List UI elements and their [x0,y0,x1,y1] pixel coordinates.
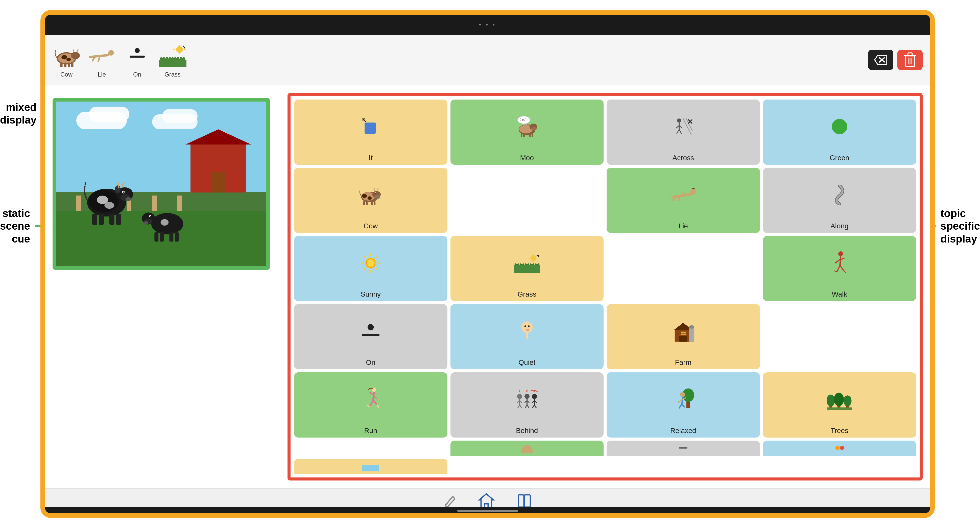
aac-cell-sunny[interactable]: Sunny [294,236,447,301]
svg-point-130 [524,326,526,327]
partial-icon-4 [763,441,916,453]
aac-cell-empty-r2c1 [450,168,604,233]
strip-on-label: On [133,71,141,78]
aac-it-label: It [369,154,373,162]
svg-point-2 [71,52,80,59]
aac-cell-walk[interactable]: Walk [763,236,916,301]
svg-point-111 [530,255,536,261]
svg-point-3 [61,55,67,60]
aac-cell-farm[interactable]: Farm [606,304,760,369]
svg-rect-191 [679,447,687,449]
svg-rect-16 [130,56,145,57]
svg-point-15 [135,48,140,53]
scene-image-container [52,98,270,270]
svg-line-107 [375,256,378,258]
svg-line-121 [835,259,840,263]
svg-rect-58 [175,232,179,241]
svg-point-37 [104,202,115,209]
svg-point-141 [689,326,695,329]
svg-point-40 [126,197,131,201]
it-icon [294,100,447,154]
aac-cell-empty-r3c1 [606,236,760,301]
strip-item-on[interactable]: On [123,42,151,78]
svg-rect-67 [521,134,522,137]
aac-cell-green[interactable]: Green [763,100,916,165]
backspace-button[interactable] [868,50,893,70]
svg-line-105 [364,256,366,258]
aac-cell-it[interactable]: It [294,100,447,165]
aac-cell-partial-4[interactable] [763,441,916,456]
aac-cell-run[interactable]: Run [294,372,447,438]
svg-marker-199 [479,494,493,508]
svg-point-193 [840,446,844,450]
home-indicator [457,510,518,512]
aac-cell-on[interactable]: On [294,304,447,369]
moo-icon [450,100,604,154]
strip-item-lie[interactable]: Lie [88,42,116,78]
svg-rect-57 [169,232,173,241]
aac-lie-label: Lie [679,222,688,230]
partial-icon-2 [450,441,604,453]
quiet-icon [450,304,604,358]
aac-cell-grass[interactable]: Grass [450,236,604,301]
strip-item-grass[interactable]: Grass [159,42,186,78]
app-frame: • • • [40,10,935,518]
aac-cell-empty-r4c1 [763,304,916,369]
aac-cell-lie[interactable]: Lie [606,168,760,233]
svg-point-192 [835,446,840,450]
trees-icon [763,372,916,426]
sunny-icon [294,236,447,290]
aac-cell-partial-2[interactable] [450,441,604,456]
svg-point-42 [123,192,124,193]
svg-line-10 [77,49,78,52]
svg-line-76 [679,130,682,133]
svg-line-147 [370,392,374,395]
cow-icon [52,42,80,70]
strip-lie-label: Lie [98,71,106,78]
aac-run-label: Run [364,426,377,435]
aac-cell-partial-5[interactable] [294,459,447,474]
aac-cell-quiet[interactable]: Quiet [450,304,604,369]
run-icon [294,372,447,426]
aac-cell-partial-3[interactable] [606,441,760,456]
aac-cell-along[interactable]: Along [763,168,916,233]
svg-line-14 [98,57,100,61]
aac-quiet-label: Quiet [519,358,535,367]
aac-behind-label: Behind [516,426,538,435]
svg-rect-189 [827,407,852,410]
aac-cell-behind[interactable]: 1 2 3 Behind [450,372,604,438]
aac-cow-label: Cow [364,222,378,230]
svg-point-165 [532,394,537,399]
svg-point-186 [834,393,844,406]
lie-icon [88,42,116,70]
top-bar: • • • [45,15,930,35]
aac-farm-label: Farm [675,358,692,367]
svg-rect-56 [160,232,164,241]
on-icon [123,42,151,70]
svg-point-43 [115,186,121,193]
svg-rect-7 [68,63,70,67]
svg-rect-90 [366,201,368,205]
strip-item-cow[interactable]: Cow [52,42,80,78]
svg-line-196 [453,496,455,499]
delete-button[interactable] [897,50,923,70]
svg-point-190 [521,445,533,453]
svg-rect-91 [371,201,373,205]
aac-cell-across[interactable]: Across [606,100,760,165]
aac-cell-cow[interactable]: Cow [294,168,447,233]
aac-cell-moo[interactable]: Moo [450,100,604,165]
aac-relaxed-label: Relaxed [670,426,696,435]
aac-cell-relaxed[interactable]: Relaxed [606,372,760,438]
svg-point-177 [680,392,685,397]
svg-line-163 [525,405,527,408]
svg-point-86 [377,196,380,199]
svg-line-195 [445,496,453,505]
svg-point-81 [832,119,847,134]
svg-point-93 [362,194,367,198]
svg-point-153 [517,394,522,399]
grass2-icon [450,236,604,290]
aac-cell-trees[interactable]: Trees [763,372,916,438]
svg-line-182 [682,404,685,407]
grass-icon [159,42,186,70]
pencil-nav-button[interactable] [442,493,457,508]
